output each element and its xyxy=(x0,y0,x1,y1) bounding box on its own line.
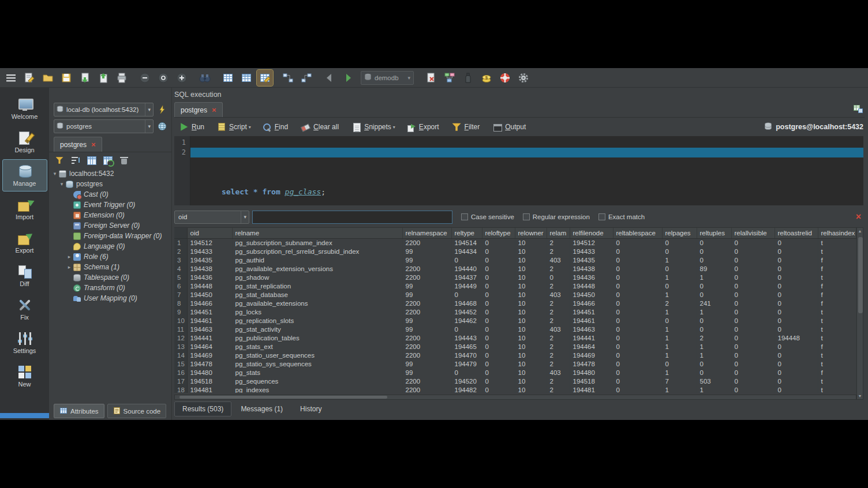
run-button[interactable]: Run xyxy=(174,121,211,133)
table-cell[interactable]: 194514 xyxy=(451,238,482,247)
table-cell[interactable]: 0 xyxy=(731,307,775,316)
row-number[interactable]: 9 xyxy=(174,307,187,316)
table-cell[interactable]: 194518 xyxy=(570,377,613,385)
table-cell[interactable]: 0 xyxy=(775,307,818,316)
row-number[interactable]: 12 xyxy=(174,333,187,342)
result-tab[interactable]: History xyxy=(292,401,330,416)
tree-expander-icon[interactable]: ▾ xyxy=(58,181,65,187)
table-cell[interactable]: t xyxy=(818,359,856,368)
table-cell[interactable]: 194481 xyxy=(570,385,613,393)
sql-editor[interactable]: 12 select * from pg_class; xyxy=(174,136,863,205)
table-cell[interactable]: 0 xyxy=(482,377,515,385)
table-cell[interactable]: 1 xyxy=(662,307,697,316)
table-row[interactable]: 7 194450 pg_stat_database 99 0 0 10 403 … xyxy=(174,290,856,299)
table-cell[interactable]: 0 xyxy=(731,377,775,385)
table-cell[interactable]: 194461 xyxy=(570,316,613,325)
checkbox[interactable] xyxy=(598,213,605,220)
table-cell[interactable]: f xyxy=(818,290,856,299)
column-header[interactable]: relnamespace xyxy=(402,228,451,238)
result-tab[interactable]: Results (503) xyxy=(174,401,231,416)
table-cell[interactable]: 0 xyxy=(775,316,818,325)
back-icon[interactable] xyxy=(321,70,338,86)
close-icon[interactable]: × xyxy=(212,106,216,114)
table-cell[interactable]: 0 xyxy=(775,290,818,299)
table-cell[interactable]: 1 xyxy=(662,256,697,264)
nav-item-manage[interactable]: Manage xyxy=(2,159,47,192)
table-cell[interactable]: 0 xyxy=(697,256,731,264)
table-row[interactable]: 5 194436 pg_shadow 2200 194437 0 10 0 19… xyxy=(174,273,856,281)
table-cell[interactable]: 403 xyxy=(547,256,570,264)
table-cell[interactable]: 194520 xyxy=(451,377,482,385)
table-cell[interactable]: 0 xyxy=(731,351,775,359)
table-cell[interactable]: 194438 xyxy=(570,264,613,273)
table-cell[interactable]: 0 xyxy=(613,273,662,281)
table-cell[interactable]: 2200 xyxy=(402,377,451,385)
menu-icon[interactable] xyxy=(3,70,19,86)
tree-item[interactable]: User Mapping (0) xyxy=(50,293,170,303)
table-cell[interactable]: 0 xyxy=(482,299,515,307)
table-cell[interactable]: 194438 xyxy=(187,264,232,273)
table-cell[interactable]: 2 xyxy=(547,307,570,316)
table-cell[interactable]: 194435 xyxy=(570,256,613,264)
table-cell[interactable]: 10 xyxy=(515,385,547,393)
tree-expander-icon[interactable]: ▸ xyxy=(66,254,73,260)
table-cell[interactable]: 0 xyxy=(613,281,662,290)
table-cell[interactable]: 0 xyxy=(613,333,662,342)
table-cell[interactable]: 10 xyxy=(515,307,547,316)
table-cell[interactable]: 0 xyxy=(731,333,775,342)
table-cell[interactable]: 2200 xyxy=(402,299,451,307)
table-row[interactable]: 14 194469 pg_statio_user_sequences 2200 … xyxy=(174,351,856,359)
table-cell[interactable]: 1 xyxy=(662,290,697,299)
support-icon[interactable] xyxy=(497,70,513,86)
connect-icon[interactable] xyxy=(156,103,169,117)
table-cell[interactable]: 194480 xyxy=(570,368,613,377)
table-cell[interactable]: 0 xyxy=(775,238,818,247)
table-cell[interactable]: 403 xyxy=(547,325,570,333)
table-cell[interactable]: 1 xyxy=(662,368,697,377)
table-cell[interactable]: t xyxy=(818,307,856,316)
tree-item[interactable]: Foreign-data Wrapper (0) xyxy=(50,231,170,241)
table-cell[interactable]: 1 xyxy=(697,351,731,359)
table-cell[interactable]: 2 xyxy=(547,238,570,247)
table-cell[interactable]: 10 xyxy=(515,377,547,385)
row-number[interactable]: 18 xyxy=(174,385,187,393)
table-cell[interactable]: 194478 xyxy=(570,359,613,368)
table-cell[interactable]: pg_statio_sys_sequences xyxy=(232,359,402,368)
table-cell[interactable]: 0 xyxy=(775,256,818,264)
table-cell[interactable]: 194468 xyxy=(451,299,482,307)
table-cell[interactable]: 194465 xyxy=(451,342,482,351)
table-cell[interactable]: 194464 xyxy=(187,342,232,351)
new-editor-icon[interactable] xyxy=(852,103,865,115)
table-cell[interactable]: 10 xyxy=(515,281,547,290)
output-button[interactable]: Output xyxy=(488,121,533,133)
column-header[interactable]: relname xyxy=(232,228,402,238)
table-cell[interactable]: 10 xyxy=(515,256,547,264)
vertical-scrollbar[interactable]: ▲ ▼ xyxy=(856,227,863,400)
table-cell[interactable]: 2 xyxy=(697,333,731,342)
zoom-reset-icon[interactable] xyxy=(155,70,171,86)
table-cell[interactable]: 0 xyxy=(482,238,515,247)
table-cell[interactable]: t xyxy=(818,247,856,256)
table-cell[interactable]: 0 xyxy=(482,307,515,316)
table-cell[interactable]: 0 xyxy=(775,264,818,273)
table-cell[interactable]: 194479 xyxy=(451,359,482,368)
table-cell[interactable]: 10 xyxy=(515,264,547,273)
table-cell[interactable]: 194433 xyxy=(187,247,232,256)
column-header[interactable]: reltoastrelid xyxy=(775,228,818,238)
table-cell[interactable]: 0 xyxy=(662,238,697,247)
table-cell[interactable]: 0 xyxy=(775,342,818,351)
row-number[interactable]: 5 xyxy=(174,273,187,281)
table-cell[interactable]: 194478 xyxy=(187,359,232,368)
table-cell[interactable]: 2 xyxy=(547,359,570,368)
table-cell[interactable]: 0 xyxy=(731,359,775,368)
table-cell[interactable]: 194518 xyxy=(187,377,232,385)
table-cell[interactable]: t xyxy=(818,273,856,281)
table-cell[interactable]: pg_publication_tables xyxy=(232,333,402,342)
table-cell[interactable]: 0 xyxy=(482,247,515,256)
column-header[interactable]: reltuples xyxy=(697,228,731,238)
table-cell[interactable]: 0 xyxy=(547,273,570,281)
tree-item[interactable]: Transform (0) xyxy=(50,283,170,293)
column-header[interactable]: relfilenode xyxy=(570,228,613,238)
table-cell[interactable]: 194433 xyxy=(570,247,613,256)
editor-code-area[interactable]: select * from pg_class; xyxy=(190,136,863,205)
